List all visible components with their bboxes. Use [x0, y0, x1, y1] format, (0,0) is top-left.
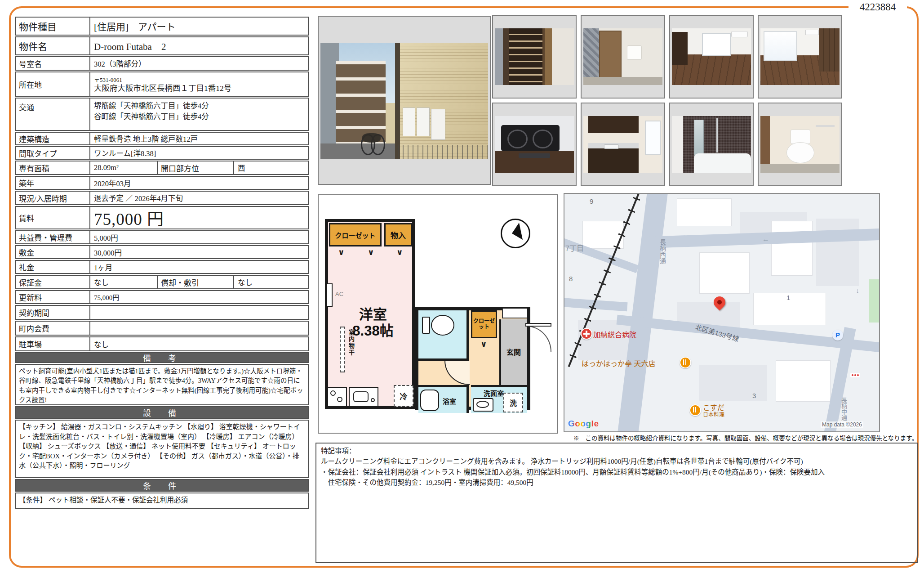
conditions-text: 【条件】 ペット相談・保証人不要・保証会社利用必須	[15, 493, 309, 509]
special-notes-line: ・保証会社：保証会社利用必須 イントラスト 機関保証加入必須。初回保証料1800…	[321, 467, 912, 477]
bathroom-mirror	[694, 120, 703, 156]
photo-panel-stove	[492, 103, 577, 186]
towel-bar	[816, 125, 835, 127]
air-conditioner	[731, 31, 748, 37]
shower-bar	[716, 118, 718, 152]
row-label: 契約期間	[16, 306, 90, 319]
toilet-bowl-icon	[431, 315, 454, 336]
table-row: 物件種目 [住居用] アパート	[15, 17, 309, 36]
room-size: 8.38帖	[333, 323, 413, 339]
bathtub-icon	[420, 390, 439, 411]
table-row: 築年 2020年03月	[15, 176, 309, 190]
traffic-signal-icon	[850, 373, 860, 377]
row-value	[90, 322, 308, 335]
row-label: 更新料	[16, 291, 90, 303]
row-label: 間取タイプ	[16, 147, 90, 159]
wing-block: クローゼット ∨ 玄関 浴室 洗面室 洗	[415, 307, 530, 410]
row-value: 2020年03月	[90, 177, 308, 189]
photo-panel-room-kitchen-view	[669, 15, 754, 99]
row-value: 退去予定 ／ 2026年4月下旬	[90, 192, 308, 204]
main-room: クローゼット 物入 ∨ ∨ ∨ AC 室内物干 洋室 8.38帖 冷	[325, 219, 415, 409]
table-row: 所在地 〒531-0061大阪府大阪市北区長柄西１丁目1番12号	[15, 72, 309, 97]
photo-panel-kitchen	[581, 103, 665, 186]
mailbox	[403, 108, 415, 136]
building-exterior-photo	[320, 43, 488, 159]
table-row: 共益費・管理費 5,000円	[15, 230, 309, 244]
road-name-east: 長柄中通	[840, 397, 848, 421]
row-value: なし	[90, 337, 308, 350]
row-value: 5,000円	[90, 231, 308, 243]
arrow-left-icon: ←	[762, 235, 769, 243]
row-label: 開口部方位	[158, 161, 234, 174]
exterior-photo-panel	[318, 16, 491, 185]
folding-door-icon: ∨	[480, 340, 487, 348]
table-row: 契約期間	[15, 305, 309, 320]
kitchen-photo	[583, 116, 662, 173]
arrow-down-icon: ↓	[856, 287, 859, 295]
map-copyright: Map data ©2026	[821, 421, 863, 428]
row-label: 現況/入居時期	[16, 192, 90, 204]
row-label: 専有面積	[16, 161, 90, 174]
bento-label: ほっかほっか亭 天六店	[582, 358, 655, 368]
row-label: 町内会費	[16, 322, 90, 335]
park-area	[869, 279, 880, 323]
table-row: 物件名 D-room Futaba 2	[15, 36, 309, 55]
storage-area: 物入	[384, 223, 412, 246]
bathtub	[694, 153, 751, 173]
table-row: 礼金 1ヶ月	[15, 260, 309, 274]
closet2-area: クローゼット	[471, 310, 497, 338]
table-row: 駐車場 なし	[15, 336, 309, 351]
row-value: [住居用] アパート	[90, 18, 308, 35]
air-conditioner	[805, 30, 819, 35]
restaurant-sublabel: 日本料理	[703, 410, 724, 418]
row-value: なし	[234, 276, 308, 288]
block-number: 9	[590, 197, 593, 205]
toilet-tank-icon	[422, 317, 430, 334]
row-value: ワンルーム[洋8.38]	[90, 147, 308, 159]
bathroom-photo	[672, 116, 751, 173]
fence	[398, 145, 488, 159]
table-row: 間取タイプ ワンルーム[洋8.38]	[15, 146, 309, 160]
remarks-text: ペット飼育可能(室内小型犬1匹または猫1匹まで。敷金3万円増額となります。)☆大…	[15, 364, 309, 405]
fridge-space-icon: 冷	[394, 385, 413, 407]
property-sheet: 4223884 物件種目 [住居用] アパート 物件名 D-room Futab…	[0, 0, 924, 569]
folding-door-icon: ∨	[338, 248, 345, 256]
block-number: 8	[569, 275, 573, 282]
table-row: 賃料 75,000 円	[15, 206, 309, 229]
postal-code: 〒531-0061	[94, 76, 231, 84]
mailbox	[417, 108, 429, 136]
toilet-room	[418, 310, 469, 361]
row-value: 28.09m²	[90, 161, 158, 174]
photo-panel-bathroom	[669, 103, 754, 186]
block-number: 3	[752, 392, 756, 399]
table-row: 交通 堺筋線「天神橋筋六丁目」徒歩4分 谷町線「天神橋筋六丁目」徒歩4分	[15, 98, 309, 131]
room-photo-2	[760, 28, 840, 85]
bath-room: 浴室	[418, 385, 469, 413]
bicycle-frame	[362, 133, 381, 143]
upper-door-icon	[502, 309, 527, 318]
special-notes-title: 特記事項：	[321, 446, 912, 456]
row-label: 物件名	[16, 37, 90, 54]
row-value: 軽量鉄骨造 地上3階 総戸数12戸	[90, 133, 308, 144]
restaurant-icon	[680, 357, 691, 368]
shoe-closet-photo	[495, 28, 574, 85]
room-photo-1	[672, 28, 751, 85]
entrance-area: 玄関	[499, 319, 527, 385]
ac-label: AC	[335, 291, 343, 297]
map-panel: 9 8 1 3 7丁目 長柄西通 長柄中通 北区第133号線 ← ↓ 加納総合病…	[564, 193, 880, 432]
photo-panel-toilet	[758, 103, 842, 186]
row-label: 建築構造	[16, 133, 90, 144]
google-logo: Google	[568, 419, 599, 429]
row-value: 堺筋線「天神橋筋六丁目」徒歩4分 谷町線「天神橋筋六丁目」徒歩4分	[90, 99, 308, 130]
photo-panel-entrance	[581, 15, 665, 99]
restaurant-icon	[689, 404, 701, 416]
hospital-label: 加納総合病院	[593, 329, 636, 340]
table-row: 保証金 なし 償却・敷引 なし	[15, 275, 309, 289]
remarks-header: 備 考	[15, 352, 309, 363]
ac-unit-icon	[326, 283, 333, 307]
row-value: なし	[90, 276, 158, 288]
road-name-west: 長柄西通	[658, 239, 667, 264]
equipment-header: 設 備	[15, 406, 309, 419]
washroom: 洗面室 洗	[471, 385, 527, 413]
row-value: 西	[234, 161, 308, 174]
